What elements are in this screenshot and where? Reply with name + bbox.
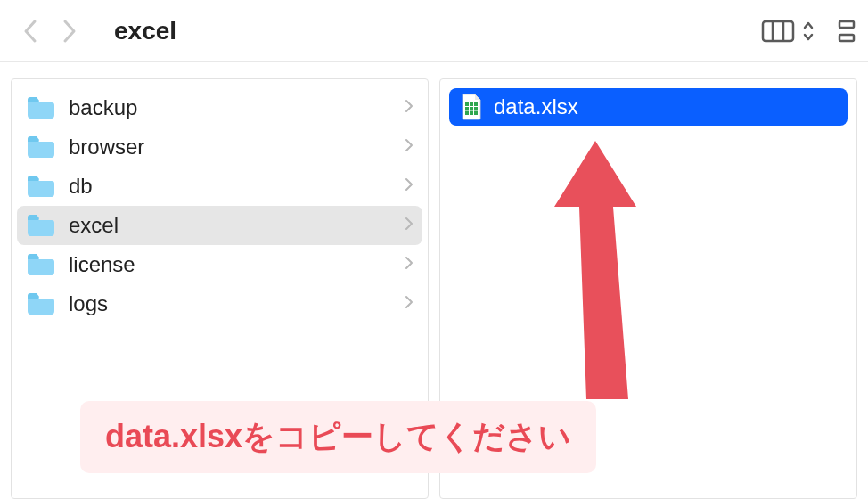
folder-icon	[26, 291, 56, 316]
chevron-right-icon	[405, 217, 414, 231]
file-label: data.xlsx	[494, 94, 578, 119]
file-row-data-xlsx[interactable]: data.xlsx	[449, 88, 848, 126]
forward-button[interactable]	[50, 12, 89, 51]
main-area: backupbrowserdbexcellicenselogs data.xls…	[0, 62, 868, 499]
groups-button[interactable]	[836, 20, 857, 43]
toolbar: excel	[0, 0, 868, 62]
window-title: excel	[114, 17, 761, 45]
view-mode-button[interactable]	[761, 19, 815, 44]
folder-label: backup	[69, 95, 405, 120]
folder-label: license	[69, 252, 405, 277]
folder-label: logs	[69, 291, 405, 316]
chevron-right-icon	[405, 256, 414, 270]
chevron-up-down-icon	[802, 20, 815, 42]
file-column: data.xlsx	[439, 78, 857, 499]
folder-label: excel	[69, 213, 405, 238]
chevron-left-icon	[22, 19, 38, 44]
folder-row-license[interactable]: license	[17, 245, 422, 284]
chevron-right-icon	[405, 99, 414, 113]
folder-icon	[26, 95, 56, 120]
folder-row-excel[interactable]: excel	[17, 206, 422, 245]
groups-icon	[838, 20, 856, 43]
folder-icon	[26, 135, 56, 160]
folder-icon	[26, 174, 56, 199]
chevron-right-icon	[405, 295, 414, 309]
folder-row-logs[interactable]: logs	[17, 284, 422, 323]
folder-row-backup[interactable]: backup	[17, 88, 422, 127]
svg-rect-0	[763, 21, 793, 41]
folder-label: db	[69, 174, 405, 199]
folder-column: backupbrowserdbexcellicenselogs	[11, 78, 429, 499]
spreadsheet-file-icon	[460, 94, 483, 120]
svg-rect-4	[839, 35, 854, 41]
columns-icon	[761, 19, 795, 44]
folder-label: browser	[69, 135, 405, 160]
svg-rect-3	[839, 21, 854, 28]
svg-rect-5	[465, 102, 478, 115]
folder-row-browser[interactable]: browser	[17, 127, 422, 167]
chevron-right-icon	[405, 138, 414, 152]
back-button[interactable]	[11, 12, 50, 51]
chevron-right-icon	[405, 177, 414, 192]
chevron-right-icon	[61, 19, 78, 44]
folder-row-db[interactable]: db	[17, 167, 422, 206]
folder-icon	[26, 213, 56, 238]
folder-icon	[26, 252, 56, 277]
